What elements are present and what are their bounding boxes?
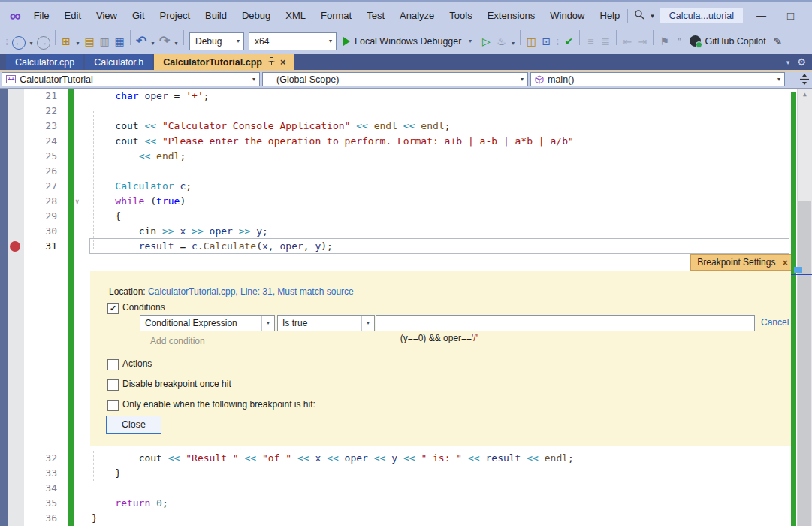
close-button[interactable]: Close [106, 416, 161, 434]
code-line-27[interactable]: 27 Calculator c; [0, 179, 812, 194]
member-dropdown[interactable]: main() [530, 72, 785, 86]
dropdown-icon[interactable]: ▾ [172, 35, 180, 52]
menu-edit[interactable]: Edit [57, 2, 89, 29]
tab-list-dropdown-icon[interactable] [786, 59, 790, 66]
code-line-25[interactable]: 25 << endl; [0, 149, 812, 164]
code-line-29[interactable]: 29 { [0, 209, 812, 224]
flame-icon[interactable]: ♨ [494, 33, 509, 50]
code-line-28[interactable]: 28 while (true) [0, 194, 812, 209]
find-in-files-icon[interactable]: ◫ [524, 33, 539, 50]
scroll-up-arrow-icon[interactable] [798, 89, 812, 101]
code-line-22[interactable]: 22 [0, 104, 812, 119]
quotes-icon[interactable]: ” [672, 33, 687, 50]
dropdown-icon[interactable]: ▾ [74, 35, 82, 52]
code-line-24[interactable]: 24 cout << "Please enter the operation t… [0, 134, 812, 149]
dropdown-icon[interactable]: ▾ [27, 35, 35, 52]
redo-icon[interactable]: ↷ [157, 33, 172, 50]
scrollbar-thumb[interactable] [798, 201, 811, 526]
play-outline-icon[interactable]: ▷ [478, 33, 494, 50]
nav-back-icon[interactable]: ← [12, 36, 26, 50]
menu-window[interactable]: Window [542, 2, 592, 29]
menu-view[interactable]: View [89, 2, 125, 29]
menu-build[interactable]: Build [198, 2, 234, 29]
cancel-link[interactable]: Cancel [761, 317, 789, 328]
comment-hide-icon[interactable]: ≣ [598, 33, 613, 50]
code-line-32[interactable]: 32 cout << "Result " << "of " << x << op… [0, 451, 812, 466]
close-tab-icon[interactable] [280, 57, 285, 68]
code-line-21[interactable]: 21 char oper = '+'; [0, 89, 812, 104]
project-dropdown[interactable]: CalculatorTutorial [2, 72, 260, 86]
separator-icon [579, 30, 580, 45]
indent-decrease-icon[interactable]: ⇤ [620, 33, 635, 50]
search-box[interactable]: Calcula...utorial [660, 8, 743, 23]
code-line-35[interactable]: 35 return 0; [0, 496, 812, 511]
dropdown-icon[interactable]: ▾ [149, 35, 157, 52]
save-all-icon[interactable]: ▦ [112, 33, 127, 50]
condition-operator-select[interactable]: Is true [277, 315, 375, 331]
menu-analyze[interactable]: Analyze [392, 2, 442, 29]
indent-increase-icon[interactable]: ⇥ [635, 33, 650, 50]
chevron-down-icon [233, 38, 243, 44]
location-link[interactable]: CalculatorTutorial.cpp, Line: 31, Must m… [148, 286, 354, 297]
menu-file[interactable]: File [26, 2, 57, 29]
collapse-chevron-icon[interactable] [75, 194, 79, 209]
breakpoint-icon[interactable] [10, 241, 20, 252]
send-feedback-icon[interactable] [769, 35, 787, 47]
condition-type-select[interactable]: Conditional Expression [140, 315, 275, 331]
comment-show-icon[interactable]: ≡ [583, 33, 598, 50]
save-icon[interactable]: ▥ [97, 33, 112, 50]
dropdown-icon[interactable]: ▾ [509, 35, 517, 52]
tab-calculatortutorial-cpp[interactable]: CalculatorTutorial.cpp [154, 54, 294, 70]
menu-git[interactable]: Git [125, 2, 152, 29]
code-line-30[interactable]: 30 cin >> x >> oper >> y; [0, 224, 812, 239]
gear-icon[interactable] [797, 56, 806, 68]
line-number: 22 [24, 104, 57, 119]
code-line-31[interactable]: 31 result = c.Calculate(x, oper, y); [0, 239, 812, 254]
only-enable-checkbox[interactable] [107, 400, 119, 411]
menu-extensions[interactable]: Extensions [480, 2, 543, 29]
new-item-icon[interactable]: ⊞ [59, 33, 74, 50]
minimize-button[interactable] [749, 10, 774, 21]
code-line-26[interactable]: 26 [0, 164, 812, 179]
code-editor[interactable]: 21 char oper = '+';2223 cout << "Calcula… [0, 89, 812, 526]
open-folder-icon[interactable]: ▤ [82, 33, 97, 50]
menu-project[interactable]: Project [152, 2, 198, 29]
code-line-34[interactable]: 34 [0, 481, 812, 496]
menu-test[interactable]: Test [359, 2, 392, 29]
window-layout-icon[interactable]: ⊡ [539, 33, 554, 50]
menu-tools[interactable]: Tools [442, 2, 479, 29]
maximize-button[interactable] [780, 9, 801, 22]
close-icon[interactable] [782, 257, 788, 268]
code-line-36[interactable]: 36} [0, 511, 812, 526]
nav-forward-icon[interactable]: → [37, 36, 50, 50]
disable-once-hit-checkbox[interactable] [107, 379, 119, 391]
solution-platform-select[interactable]: x64 [249, 32, 337, 50]
play-icon [343, 37, 350, 46]
breakpoint-settings-tab[interactable]: Breakpoint Settings [690, 254, 795, 271]
tab-calculator-cpp[interactable]: Calculator.cpp [6, 54, 83, 70]
code-line-33[interactable]: 33 } [0, 466, 812, 481]
tab-calculator-h[interactable]: Calculator.h [85, 54, 152, 70]
bookmark-icon[interactable]: ⚑ [657, 33, 672, 50]
search-icon[interactable] [634, 9, 644, 23]
menu-debug[interactable]: Debug [234, 2, 278, 29]
github-copilot-button[interactable]: GitHub Copilot [687, 35, 768, 47]
search-dropdown-caret-icon[interactable] [651, 12, 654, 20]
split-editor-icon[interactable] [799, 74, 810, 88]
actions-checkbox[interactable] [107, 359, 119, 370]
scope-dropdown[interactable]: (Global Scope) [262, 72, 528, 86]
condition-expression-input[interactable]: (y==0) && oper=='/' [376, 315, 755, 331]
spell-check-icon[interactable]: ✔ [561, 33, 576, 50]
start-debugging-button[interactable]: Local Windows Debugger ▾ [339, 33, 478, 50]
add-condition-link[interactable]: Add condition [150, 336, 205, 346]
code-line-23[interactable]: 23 cout << "Calculator Console Applicati… [0, 119, 812, 134]
menu-xml[interactable]: XML [278, 2, 313, 29]
code-text: while (true) [92, 194, 186, 209]
undo-icon[interactable]: ↶ [134, 33, 149, 50]
chevron-down-icon [774, 76, 784, 83]
menu-format[interactable]: Format [313, 2, 359, 29]
pin-icon[interactable] [268, 57, 275, 68]
menu-help[interactable]: Help [593, 2, 628, 29]
solution-configuration-select[interactable]: Debug [189, 32, 244, 50]
conditions-checkbox[interactable] [107, 303, 119, 314]
